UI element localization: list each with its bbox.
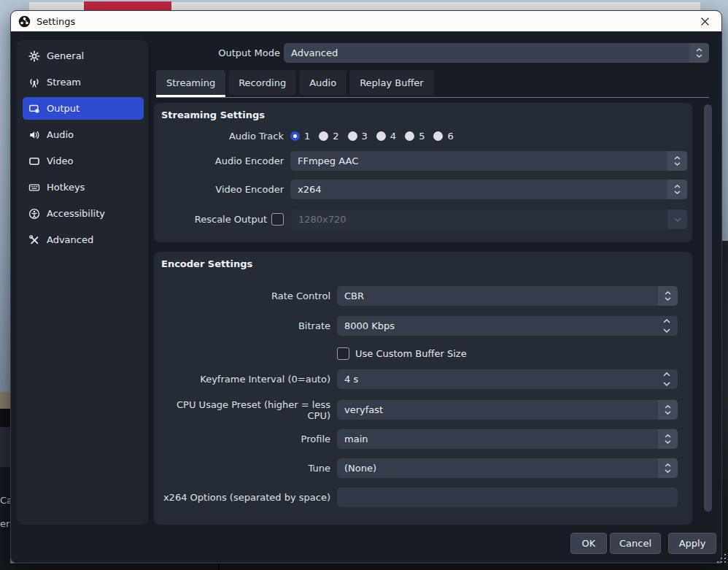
video-encoder-value: x264	[290, 184, 667, 195]
output-tabs: Streaming Recording Audio Replay Buffer	[156, 70, 437, 98]
video-encoder-select[interactable]: x264	[290, 180, 687, 199]
rescale-output-checkbox[interactable]	[271, 213, 284, 226]
monitor-icon	[28, 155, 40, 167]
dialog-titlebar[interactable]: Settings	[11, 11, 721, 31]
combo-spinner	[658, 400, 678, 420]
keyframe-interval-row: Keyframe Interval (0=auto) 4 s	[154, 369, 678, 389]
bitrate-value: 8000 Kbps	[337, 320, 656, 331]
tune-value: (None)	[337, 463, 658, 474]
keyboard-icon	[28, 181, 40, 193]
spinbox-arrows[interactable]	[656, 316, 678, 336]
settings-sidebar: General Stream Output	[17, 40, 148, 525]
use-custom-buffer-size-label: Use Custom Buffer Size	[355, 348, 467, 359]
chevron-down-icon	[674, 162, 681, 166]
tune-label: Tune	[154, 463, 337, 474]
group-title: Encoder Settings	[161, 258, 252, 269]
resize-grip-icon[interactable]	[717, 554, 726, 563]
cpu-usage-preset-select[interactable]: veryfast	[337, 400, 678, 420]
screen: Ca er Settings General	[0, 0, 728, 570]
sidebar-item-stream[interactable]: Stream	[23, 71, 144, 93]
profile-row: Profile main	[154, 429, 678, 449]
background-seam	[218, 563, 220, 570]
keyframe-interval-label: Keyframe Interval (0=auto)	[154, 374, 337, 385]
chevron-down-icon	[663, 382, 670, 386]
sidebar-item-output[interactable]: Output	[23, 97, 144, 120]
tab-audio[interactable]: Audio	[299, 70, 346, 95]
combo-spinner	[667, 209, 687, 229]
tab-replay-buffer[interactable]: Replay Buffer	[349, 70, 434, 95]
obs-logo-icon	[18, 15, 31, 28]
sidebar-item-hotkeys[interactable]: Hotkeys	[23, 176, 144, 199]
scrollbar[interactable]	[703, 103, 713, 525]
x264-options-label: x264 Options (separated by space)	[154, 492, 337, 503]
profile-select[interactable]: main	[337, 429, 678, 449]
combo-spinner	[667, 180, 687, 199]
tab-label: Audio	[309, 77, 336, 88]
close-icon	[700, 17, 710, 26]
sidebar-item-general[interactable]: General	[23, 45, 144, 67]
audio-track-row: Audio Track 1 2 3 4 5 6	[154, 129, 687, 142]
audio-track-radio-1[interactable]	[290, 131, 300, 141]
video-encoder-row: Video Encoder x264	[154, 180, 687, 199]
audio-encoder-select[interactable]: FFmpeg AAC	[290, 151, 687, 171]
ok-button[interactable]: OK	[570, 533, 607, 554]
profile-value: main	[337, 434, 658, 444]
background-panel-fragment	[0, 427, 10, 467]
accessibility-icon	[28, 207, 40, 220]
output-mode-select[interactable]: Advanced	[284, 43, 709, 63]
bitrate-spinbox[interactable]: 8000 Kbps	[337, 316, 678, 336]
tab-label: Replay Buffer	[360, 77, 424, 88]
use-custom-buffer-size-checkbox[interactable]	[337, 347, 349, 360]
output-mode-label: Output Mode	[157, 43, 280, 63]
radio-label: 3	[362, 131, 368, 142]
rate-control-select[interactable]: CBR	[337, 286, 678, 306]
tab-streaming[interactable]: Streaming	[156, 70, 225, 95]
chevron-up-icon	[663, 319, 670, 323]
x264-options-input[interactable]	[337, 488, 678, 507]
chevron-up-icon	[665, 291, 671, 295]
group-title: Streaming Settings	[161, 109, 265, 120]
custom-buffer-row: Use Custom Buffer Size	[154, 347, 678, 360]
audio-encoder-value: FFmpeg AAC	[290, 155, 667, 166]
dialog-body: General Stream Output	[11, 31, 721, 563]
audio-track-radio-2[interactable]	[319, 131, 328, 141]
sidebar-item-advanced[interactable]: Advanced	[23, 228, 144, 251]
tab-recording[interactable]: Recording	[228, 70, 296, 95]
combo-spinner	[667, 151, 687, 171]
x264-options-row: x264 Options (separated by space)	[154, 488, 678, 507]
chevron-down-icon	[674, 190, 681, 194]
encoder-settings-group: Encoder Settings Rate Control CBR Bitrat…	[154, 252, 692, 525]
output-monitor-icon	[28, 102, 40, 115]
audio-track-options: 1 2 3 4 5 6	[290, 131, 462, 142]
tune-select[interactable]: (None)	[337, 458, 678, 478]
chevron-up-icon	[674, 156, 681, 160]
chevron-up-icon	[674, 185, 681, 188]
background-bottom-strip	[0, 563, 728, 570]
cpu-usage-preset-row: CPU Usage Preset (higher = less CPU) ver…	[154, 400, 678, 420]
video-encoder-label: Video Encoder	[154, 184, 290, 195]
scrollbar-thumb[interactable]	[704, 104, 712, 512]
audio-track-radio-4[interactable]	[376, 131, 386, 141]
spinbox-arrows[interactable]	[656, 369, 678, 389]
chevron-down-icon	[665, 440, 671, 444]
sidebar-item-accessibility[interactable]: Accessibility	[23, 202, 144, 225]
audio-track-radio-6[interactable]	[433, 131, 443, 141]
rescale-resolution-select[interactable]: 1280x720	[291, 209, 687, 229]
rescale-resolution-value: 1280x720	[291, 214, 667, 225]
sidebar-item-label: Stream	[47, 77, 81, 88]
radio-label: 5	[419, 131, 425, 142]
audio-track-radio-5[interactable]	[405, 131, 414, 141]
tune-row: Tune (None)	[154, 458, 678, 478]
sidebar-item-audio[interactable]: Audio	[23, 123, 144, 146]
close-button[interactable]	[695, 13, 714, 29]
rate-control-row: Rate Control CBR	[154, 286, 678, 306]
sidebar-item-video[interactable]: Video	[23, 150, 144, 172]
audio-track-radio-3[interactable]	[348, 131, 357, 141]
radio-label: 2	[333, 131, 338, 142]
radio-label: 1	[304, 131, 310, 142]
cancel-button[interactable]: Cancel	[610, 533, 661, 554]
apply-button[interactable]: Apply	[668, 533, 716, 554]
keyframe-interval-spinbox[interactable]: 4 s	[337, 369, 678, 389]
rate-control-value: CBR	[337, 290, 658, 301]
broadcast-icon	[28, 76, 40, 88]
